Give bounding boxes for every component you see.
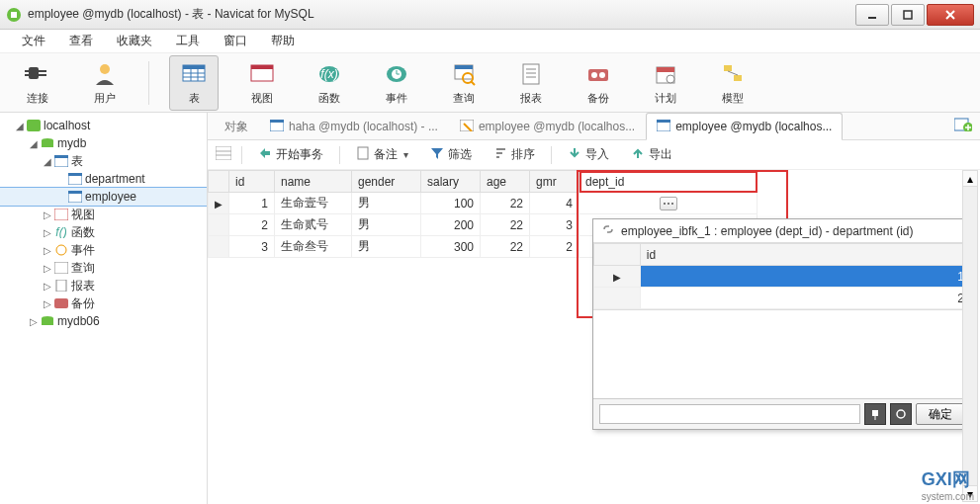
table-icon bbox=[67, 190, 83, 204]
tool-user[interactable]: 用户 bbox=[81, 56, 129, 110]
tree-host[interactable]: ◢ localhost bbox=[0, 117, 207, 134]
tool-backup[interactable]: 备份 bbox=[575, 56, 622, 110]
main-toolbar: 连接 用户 表 视图 f(x) 函数 事件 查询 报表 备份 计划 模型 bbox=[0, 53, 980, 113]
fk-ok-button[interactable]: 确定 bbox=[916, 403, 965, 425]
fk-col[interactable]: id bbox=[640, 244, 970, 266]
expand-icon[interactable]: ▷ bbox=[42, 245, 53, 256]
svg-rect-49 bbox=[68, 191, 82, 194]
close-button[interactable] bbox=[927, 4, 974, 26]
fk-popup-title: employee_ibfk_1 : employee (dept_id) - d… bbox=[593, 219, 971, 243]
new-tab-icon[interactable] bbox=[954, 118, 972, 134]
svg-line-27 bbox=[471, 81, 475, 85]
col-dept-id[interactable]: dept_id bbox=[579, 171, 757, 193]
svg-point-33 bbox=[591, 72, 597, 78]
connection-tree[interactable]: ◢ localhost ◢ mydb ◢ 表 department employ… bbox=[0, 113, 208, 504]
import-button[interactable]: 导入 bbox=[562, 144, 615, 165]
menu-favorites[interactable]: 收藏夹 bbox=[105, 33, 164, 49]
table-row[interactable]: 1 生命壹号 男 100 22 4 ⋯ bbox=[209, 193, 980, 214]
col-gender[interactable]: gender bbox=[352, 171, 421, 193]
col-salary[interactable]: salary bbox=[421, 171, 481, 193]
table-icon bbox=[270, 120, 284, 134]
tree-table-employee[interactable]: employee bbox=[0, 188, 207, 206]
svg-rect-71 bbox=[358, 147, 368, 159]
col-id[interactable]: id bbox=[229, 171, 275, 193]
svg-point-52 bbox=[56, 245, 66, 255]
user-icon bbox=[91, 60, 119, 88]
fk-search-input[interactable] bbox=[599, 404, 860, 424]
tool-label: 事件 bbox=[386, 91, 407, 106]
tree-db2[interactable]: ▷ mydb06 bbox=[0, 312, 207, 330]
expand-icon[interactable]: ▷ bbox=[42, 227, 53, 238]
svg-line-40 bbox=[728, 71, 738, 75]
svg-rect-55 bbox=[54, 298, 68, 308]
menu-window[interactable]: 窗口 bbox=[212, 33, 259, 49]
expand-icon[interactable]: ▷ bbox=[28, 316, 40, 327]
memo-button[interactable]: 备注▾ bbox=[350, 144, 414, 165]
table-icon bbox=[657, 120, 670, 134]
tab-objects[interactable]: 对象 bbox=[214, 113, 259, 139]
fk-lookup-button[interactable]: ⋯ bbox=[660, 197, 677, 210]
tab-employee-2[interactable]: employee @mydb (localhos... bbox=[646, 113, 843, 140]
tree-table-department[interactable]: department bbox=[0, 170, 207, 188]
tree-tables-folder[interactable]: ◢ 表 bbox=[0, 152, 207, 170]
tool-event[interactable]: 事件 bbox=[373, 56, 420, 110]
fk-settings-button[interactable] bbox=[890, 403, 912, 425]
col-gmr[interactable]: gmr bbox=[530, 171, 579, 193]
menu-view[interactable]: 查看 bbox=[57, 33, 105, 49]
menu-help[interactable]: 帮助 bbox=[259, 33, 307, 49]
query-icon bbox=[53, 261, 69, 275]
maximize-button[interactable] bbox=[891, 4, 925, 26]
action-bar: 开始事务 备注▾ 筛选 排序 导入 导出 bbox=[208, 140, 980, 170]
minimize-button[interactable] bbox=[855, 4, 889, 26]
tool-table[interactable]: 表 bbox=[169, 55, 219, 111]
tool-query[interactable]: 查询 bbox=[440, 56, 488, 110]
menu-tools[interactable]: 工具 bbox=[164, 33, 212, 49]
export-button[interactable]: 导出 bbox=[625, 144, 678, 165]
function-icon: f() bbox=[53, 225, 69, 239]
filter-button[interactable]: 筛选 bbox=[424, 144, 478, 165]
fk-row[interactable]: 1 bbox=[594, 266, 971, 288]
tool-connection[interactable]: 连接 bbox=[14, 56, 61, 110]
query-icon bbox=[450, 60, 478, 88]
svg-rect-45 bbox=[54, 155, 68, 158]
tool-function[interactable]: f(x) 函数 bbox=[306, 56, 353, 110]
tab-employee-1[interactable]: employee @mydb (localhos... bbox=[449, 113, 646, 139]
collapse-icon[interactable]: ◢ bbox=[14, 121, 26, 131]
menu-file[interactable]: 文件 bbox=[10, 33, 57, 49]
connection-icon bbox=[26, 119, 42, 132]
tree-events[interactable]: ▷ 事件 bbox=[0, 241, 207, 259]
tool-view[interactable]: 视图 bbox=[238, 56, 286, 110]
fk-pin-button[interactable] bbox=[864, 403, 886, 425]
tool-schedule[interactable]: 计划 bbox=[642, 56, 689, 110]
fk-row[interactable]: 2 bbox=[594, 288, 971, 309]
tree-backups[interactable]: ▷ 备份 bbox=[0, 294, 207, 312]
grid-icon[interactable] bbox=[216, 146, 231, 163]
svg-rect-47 bbox=[68, 173, 82, 176]
sort-button[interactable]: 排序 bbox=[488, 144, 541, 165]
link-icon bbox=[601, 223, 615, 238]
expand-icon[interactable]: ▷ bbox=[42, 281, 53, 292]
collapse-icon[interactable]: ◢ bbox=[28, 138, 40, 149]
col-age[interactable]: age bbox=[481, 171, 530, 193]
collapse-icon[interactable]: ◢ bbox=[42, 156, 53, 167]
begin-transaction-button[interactable]: 开始事务 bbox=[252, 144, 329, 165]
expand-icon[interactable]: ▷ bbox=[42, 298, 53, 309]
app-icon bbox=[6, 7, 22, 23]
tool-report[interactable]: 报表 bbox=[507, 56, 555, 110]
table-icon bbox=[53, 154, 69, 168]
data-grid[interactable]: id name gender salary age gmr dept_id 1 bbox=[208, 170, 980, 504]
expand-icon[interactable]: ▷ bbox=[42, 263, 53, 274]
tab-haha[interactable]: haha @mydb (localhost) - ... bbox=[259, 113, 449, 139]
col-name[interactable]: name bbox=[275, 171, 352, 193]
tree-functions[interactable]: ▷ f() 函数 bbox=[0, 223, 207, 241]
tool-model[interactable]: 模型 bbox=[709, 56, 757, 110]
scroll-up-icon[interactable]: ▴ bbox=[963, 171, 977, 187]
tree-db[interactable]: ◢ mydb bbox=[0, 134, 207, 152]
svg-rect-43 bbox=[42, 140, 53, 147]
svg-text:f(x): f(x) bbox=[320, 67, 337, 81]
expand-icon[interactable]: ▷ bbox=[42, 210, 53, 220]
tree-queries[interactable]: ▷ 查询 bbox=[0, 259, 207, 277]
tree-views[interactable]: ▷ 视图 bbox=[0, 206, 207, 223]
vertical-scrollbar[interactable]: ▴ ▾ bbox=[962, 170, 978, 502]
tree-reports[interactable]: ▷ 报表 bbox=[0, 277, 207, 294]
